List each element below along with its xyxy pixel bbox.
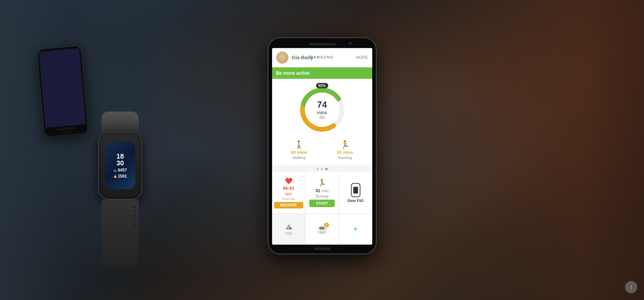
scroll-up-icon: ↑ — [630, 284, 632, 290]
gear-fit2-device: 18 30 👟 9457 🔥 1591 — [98, 112, 142, 267]
add-widget[interactable]: + — [339, 214, 372, 244]
coffee-widget: ☕ 2 — [306, 214, 339, 244]
running-mins: 31 mins — [337, 150, 353, 155]
scroll-up-button[interactable]: ↑ — [625, 281, 637, 293]
measure-button[interactable]: MEASURE — [274, 202, 303, 208]
walking-label: Walking — [292, 156, 306, 160]
dot-3-active[interactable] — [325, 168, 328, 170]
band-holes — [134, 206, 135, 226]
heart-rate-value: 66-93 — [283, 186, 294, 191]
gear-fit-screen: 18 30 👟 9457 🔥 1591 — [105, 142, 135, 189]
dot-2[interactable] — [321, 168, 323, 170]
running-stat: 🏃 31 mins Running — [337, 140, 353, 160]
samsung-left-label: SAMSUNG — [57, 126, 75, 131]
running-widget-unit: mins — [321, 189, 329, 193]
gear-fit-body: 18 30 👟 9457 🔥 1591 — [98, 132, 142, 200]
running-widget: 🏃 31 mins Running START — [306, 172, 339, 214]
dot-1[interactable] — [316, 168, 319, 170]
samsung-brand: SAMSUNG — [310, 55, 334, 59]
phone-left: SAMSUNG — [37, 46, 88, 137]
walking-stat: 🚶 43 mins Walking — [291, 140, 307, 160]
heart-rate-label: Heart rate — [282, 197, 295, 201]
ring-mins-value: 74 — [317, 99, 327, 110]
gear-fit2-icon — [351, 183, 360, 197]
banner-text: Be more active — [276, 70, 310, 76]
activity-stats: 🚶 43 mins Walking 🏃 31 mins Running — [276, 139, 368, 161]
coffee-icon: ☕ 2 — [317, 224, 328, 234]
gear-fit2-widget[interactable]: Gear Fit2 — [339, 172, 372, 214]
hiking-widget: ⛰️ 7/10 — [272, 214, 305, 244]
running-label: Running — [338, 156, 352, 160]
gear-fit-band-top — [102, 112, 139, 132]
phone-speaker — [309, 43, 336, 45]
walk-icon: 🚶 — [294, 140, 304, 149]
activity-section: 92% 74 mins /80 — [272, 79, 372, 165]
heart-rate-widget: ❤️ 66-93 bpm Heart rate MEASURE — [272, 172, 305, 214]
running-widget-label: Running — [316, 194, 328, 198]
widget-grid: ❤️ 66-93 bpm Heart rate MEASURE 🏃 31 min… — [272, 172, 372, 245]
phone-camera — [349, 42, 352, 45]
phone-main: SAMSUNG Gia Baily MORE Be more active 92 — [268, 38, 376, 254]
avatar — [276, 51, 288, 64]
run-icon: 🏃 — [340, 140, 350, 149]
gear-fit-steps: 👟 9457 — [113, 168, 127, 172]
phone-left-screen — [39, 48, 86, 128]
hiking-icon: ⛰️ — [285, 223, 292, 230]
heart-rate-unit: bpm — [285, 192, 292, 196]
start-button[interactable]: START — [309, 200, 335, 207]
ring-center: 74 mins /80 — [317, 99, 327, 120]
gear-fit-band-bottom — [102, 200, 139, 267]
phone-screen: Gia Baily MORE Be more active 92% — [272, 48, 372, 245]
coffee-count-badge: 2 — [324, 223, 329, 227]
percentage-badge: 92% — [316, 83, 328, 88]
gear-fit2-label: Gear Fit2 — [348, 199, 364, 203]
heart-icon: ❤️ — [285, 177, 292, 185]
activity-ring: 92% 74 mins /80 — [297, 84, 348, 135]
gear-fit-time: 18 30 — [116, 153, 124, 166]
scene: SAMSUNG 18 30 👟 9457 🔥 1591 — [0, 0, 644, 300]
page-dots — [272, 165, 372, 172]
running-widget-value: 31 mins — [315, 188, 329, 193]
walking-mins: 43 mins — [291, 150, 307, 155]
phone-home-button[interactable] — [314, 247, 331, 250]
ring-goal: /80 — [317, 115, 327, 120]
hiking-value: 7/10 — [285, 232, 292, 236]
running-icon: 🏃 — [318, 179, 326, 187]
ring-unit: mins — [317, 110, 327, 115]
gear-fit-calories: 🔥 1591 — [113, 174, 127, 179]
more-button[interactable]: MORE — [356, 55, 368, 60]
add-icon: + — [353, 225, 358, 234]
activity-banner: Be more active — [272, 67, 372, 79]
